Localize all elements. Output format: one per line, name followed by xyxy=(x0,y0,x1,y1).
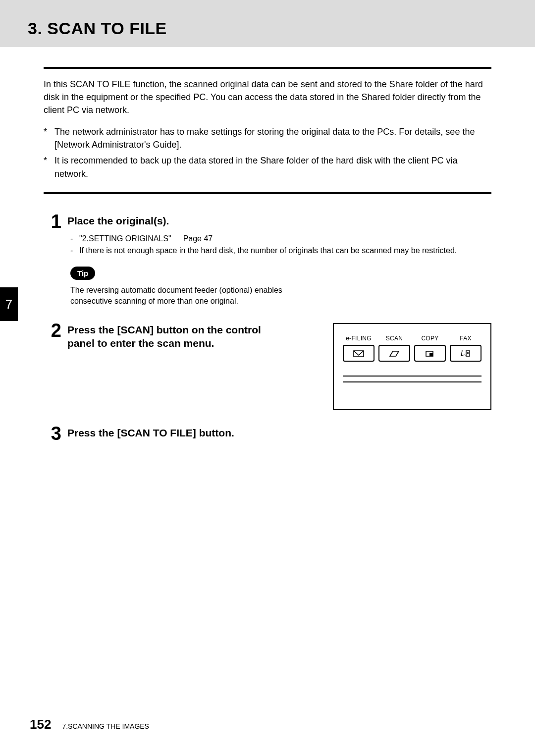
note-item: * It is recommended to back up the data … xyxy=(44,154,491,180)
divider-bottom xyxy=(44,192,491,194)
page-number: 152 xyxy=(30,717,51,732)
panel-label: e-FILING xyxy=(343,335,374,342)
intro-paragraph: In this SCAN TO FILE function, the scann… xyxy=(44,78,491,116)
panel-copy-button: COPY xyxy=(414,335,446,362)
panel-label: FAX xyxy=(450,335,482,342)
note-text: The network administrator has to make se… xyxy=(54,125,491,151)
chapter-tab-number: 7 xyxy=(5,297,12,312)
step-number: 1 xyxy=(44,212,61,307)
ref-label: "2.SETTING ORIGINALS" xyxy=(79,233,171,244)
dash-icon: - xyxy=(70,233,79,244)
cross-reference: "2.SETTING ORIGINALS" Page 47 xyxy=(79,233,213,244)
panel-label: COPY xyxy=(414,335,446,342)
panel-fax-button: FAX xyxy=(450,335,482,362)
step-subitem: - If there is not enough space in the ha… xyxy=(70,245,491,256)
control-panel-diagram: e-FILING SCAN COPY xyxy=(333,323,491,410)
subitem-text: If there is not enough space in the hard… xyxy=(79,245,457,256)
note-item: * The network administrator has to make … xyxy=(44,125,491,151)
notes-list: * The network administrator has to make … xyxy=(44,125,491,180)
steps-list: 1 Place the original(s). - "2.SETTING OR… xyxy=(44,212,491,445)
svg-rect-1 xyxy=(429,353,433,356)
chapter-tab: 7 xyxy=(0,287,18,321)
section-title: 3. SCAN TO FILE xyxy=(28,19,535,38)
scan-icon xyxy=(378,345,410,362)
asterisk-icon: * xyxy=(44,154,54,180)
section-header: 3. SCAN TO FILE xyxy=(0,0,535,47)
tip-text: The reversing automatic document feeder … xyxy=(70,285,308,307)
step-subitem: - "2.SETTING ORIGINALS" Page 47 xyxy=(70,233,491,244)
step-title: Place the original(s). xyxy=(67,214,491,227)
fax-icon xyxy=(450,345,482,362)
page-content: In this SCAN TO FILE function, the scann… xyxy=(0,47,535,445)
panel-label: SCAN xyxy=(378,335,410,342)
page-footer: 152 7.SCANNING THE IMAGES xyxy=(0,717,149,732)
efiling-icon xyxy=(343,345,374,362)
step-1: 1 Place the original(s). - "2.SETTING OR… xyxy=(44,212,491,307)
step-number: 3 xyxy=(44,424,61,445)
step-number: 2 xyxy=(44,321,61,356)
note-text: It is recommended to back up the data st… xyxy=(54,154,491,180)
panel-display-bar xyxy=(343,376,482,382)
divider-top xyxy=(44,67,491,69)
asterisk-icon: * xyxy=(44,125,54,151)
step-3: 3 Press the [SCAN TO FILE] button. xyxy=(44,424,491,445)
footer-chapter: 7.SCANNING THE IMAGES xyxy=(62,722,149,730)
tip-badge: Tip xyxy=(70,267,95,280)
panel-scan-button: SCAN xyxy=(378,335,410,362)
panel-efiling-button: e-FILING xyxy=(343,335,374,362)
copy-icon xyxy=(414,345,446,362)
dash-icon: - xyxy=(70,245,79,256)
step-2-row: 2 Press the [SCAN] button on the control… xyxy=(44,321,491,410)
ref-page: Page 47 xyxy=(183,233,213,244)
step-title: Press the [SCAN] button on the control p… xyxy=(67,323,275,350)
step-title: Press the [SCAN TO FILE] button. xyxy=(67,426,491,439)
